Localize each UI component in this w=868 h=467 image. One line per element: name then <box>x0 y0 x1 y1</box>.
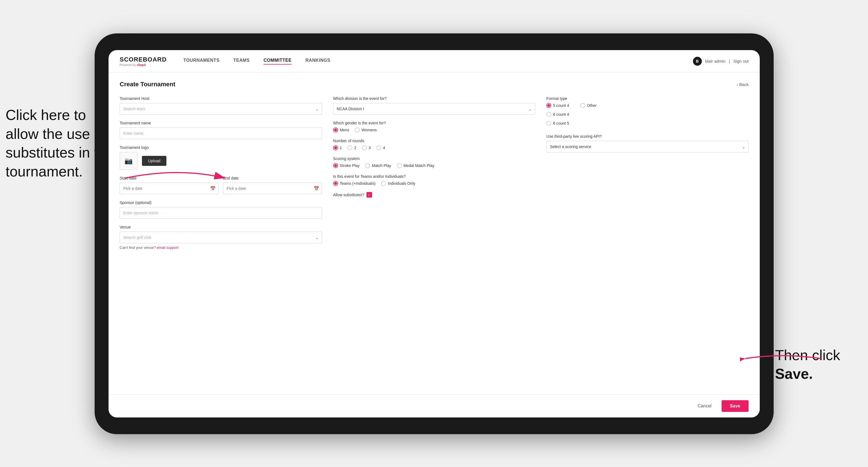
name-label: Tournament name <box>120 121 322 125</box>
event-individuals-radio[interactable] <box>381 181 386 186</box>
venue-hint: Can't find your venue? email support <box>120 246 322 250</box>
sponsor-label: Sponsor (optional) <box>120 200 322 205</box>
back-button[interactable]: Back <box>737 82 749 87</box>
logo-scoreboard: SCOREBOARD <box>120 56 167 63</box>
save-button[interactable]: Save <box>722 400 749 412</box>
event-teams[interactable]: Teams (+Individuals) <box>333 181 376 186</box>
allow-subs-checkbox[interactable]: ✓ <box>367 192 372 197</box>
sign-out-link[interactable]: Sign out <box>733 59 749 63</box>
page-header: Create Tournament Back <box>120 81 749 88</box>
venue-email-link[interactable]: email support <box>157 246 178 250</box>
venue-input[interactable] <box>120 231 322 243</box>
format-type-group: Format type 5 count 4 Other <box>546 96 749 126</box>
name-group: Tournament name <box>120 121 322 139</box>
rounds-3[interactable]: 3 <box>362 145 371 150</box>
nav-committee[interactable]: COMMITTEE <box>264 58 292 65</box>
gender-mens-radio[interactable] <box>333 127 338 132</box>
sponsor-input[interactable] <box>120 207 322 219</box>
division-group: Which division is the event for? NCAA Di… <box>333 96 535 115</box>
scoring-medal[interactable]: Medal Match Play <box>397 163 434 168</box>
form-col-2: Which division is the event for? NCAA Di… <box>333 96 535 256</box>
host-select-wrapper <box>120 103 322 115</box>
format-5count4-radio[interactable] <box>546 103 551 108</box>
format-6count4-radio[interactable] <box>546 112 551 117</box>
host-label: Tournament Host <box>120 96 322 101</box>
page-footer: Cancel Save <box>108 394 760 417</box>
scoring-stroke[interactable]: Stroke Play <box>333 163 360 168</box>
user-avatar: B <box>693 57 702 66</box>
scoring-radio-group: Stroke Play Match Play Medal Match Play <box>333 163 535 168</box>
scoring-match-radio[interactable] <box>365 163 370 168</box>
rounds-1-radio[interactable] <box>333 145 338 150</box>
division-select[interactable]: NCAA Division I <box>333 103 535 115</box>
event-type-label: Is this event for Teams and/or Individua… <box>333 174 535 179</box>
division-label: Which division is the event for? <box>333 96 535 101</box>
scoring-stroke-radio[interactable] <box>333 163 338 168</box>
gender-mens-label: Mens <box>340 128 349 132</box>
format-type-label: Format type <box>546 96 749 101</box>
gender-womens[interactable]: Womens <box>355 127 377 132</box>
allow-subs-group: Allow substitutes? ✓ <box>333 192 535 197</box>
rounds-4-radio[interactable] <box>376 145 381 150</box>
rounds-2-radio[interactable] <box>347 145 352 150</box>
logo-powered: Powered by clippd <box>120 63 167 66</box>
host-group: Tournament Host <box>120 96 322 115</box>
cancel-button[interactable]: Cancel <box>692 401 717 411</box>
name-input[interactable] <box>120 127 322 139</box>
host-input[interactable] <box>120 103 322 115</box>
nav-teams[interactable]: TEAMS <box>234 58 250 65</box>
event-teams-radio[interactable] <box>333 181 338 186</box>
format-other-radio[interactable] <box>580 103 585 108</box>
scoring-medal-radio[interactable] <box>397 163 402 168</box>
rounds-radio-group: 1 2 3 4 <box>333 145 535 150</box>
calendar-icon-end: 📅 <box>314 186 319 191</box>
event-type-radio-group: Teams (+Individuals) Individuals Only <box>333 181 535 186</box>
format-6count5-radio[interactable] <box>546 121 551 126</box>
end-date-group: End date 📅 <box>223 176 322 194</box>
logo: SCOREBOARD Powered by clippd <box>120 56 167 66</box>
nav-rankings[interactable]: RANKINGS <box>306 58 330 65</box>
format-6count4[interactable]: 6 count 4 <box>546 112 749 117</box>
sponsor-group: Sponsor (optional) <box>120 200 322 219</box>
page-content: Create Tournament Back Tournament Host <box>108 72 760 394</box>
end-date-label: End date <box>223 176 322 180</box>
event-individuals[interactable]: Individuals Only <box>381 181 415 186</box>
end-date-wrapper: 📅 <box>223 183 322 194</box>
rounds-1[interactable]: 1 <box>333 145 342 150</box>
user-name: blair admin <box>705 59 725 63</box>
scoring-api-select-wrapper: Select a scoring service <box>546 141 749 153</box>
rounds-label: Number of rounds <box>333 138 535 143</box>
venue-label: Venue <box>120 225 322 229</box>
tablet-frame: SCOREBOARD Powered by clippd TOURNAMENTS… <box>95 33 774 434</box>
rounds-4[interactable]: 4 <box>376 145 385 150</box>
gender-mens[interactable]: Mens <box>333 127 349 132</box>
scoring-api-label: Use third-party live scoring API? <box>546 134 749 138</box>
scoring-label: Scoring system <box>333 156 535 161</box>
form-col-3: Format type 5 count 4 Other <box>546 96 749 256</box>
scoring-match[interactable]: Match Play <box>365 163 391 168</box>
venue-group: Venue Can't find your venue? email suppo… <box>120 225 322 250</box>
allow-subs-label[interactable]: Allow substitutes? ✓ <box>333 192 535 197</box>
format-6count5[interactable]: 6 count 5 <box>546 121 749 126</box>
rounds-2[interactable]: 2 <box>347 145 356 150</box>
page-title: Create Tournament <box>120 81 175 88</box>
format-other[interactable]: Other <box>580 103 597 108</box>
gender-womens-radio[interactable] <box>355 127 360 132</box>
gender-group: Which gender is the event for? Mens Wome… <box>333 121 535 132</box>
gender-radio-group: Mens Womens <box>333 127 535 132</box>
end-date-input[interactable] <box>223 183 322 194</box>
nav-user: B blair admin | Sign out <box>693 57 749 66</box>
allow-subs-text: Allow substitutes? <box>333 193 364 197</box>
scoring-api-select[interactable]: Select a scoring service <box>546 141 749 153</box>
rounds-group: Number of rounds 1 2 <box>333 138 535 150</box>
division-select-wrapper: NCAA Division I <box>333 103 535 115</box>
event-type-group: Is this event for Teams and/or Individua… <box>333 174 535 186</box>
nav-tournaments[interactable]: TOURNAMENTS <box>183 58 220 65</box>
nav-separator: | <box>729 59 730 63</box>
nav-links: TOURNAMENTS TEAMS COMMITTEE RANKINGS <box>183 58 693 65</box>
rounds-3-radio[interactable] <box>362 145 367 150</box>
arrow-right <box>740 347 824 370</box>
logo-label: Tournament logo <box>120 145 322 150</box>
format-5count4[interactable]: 5 count 4 <box>546 103 569 108</box>
gender-label: Which gender is the event for? <box>333 121 535 125</box>
